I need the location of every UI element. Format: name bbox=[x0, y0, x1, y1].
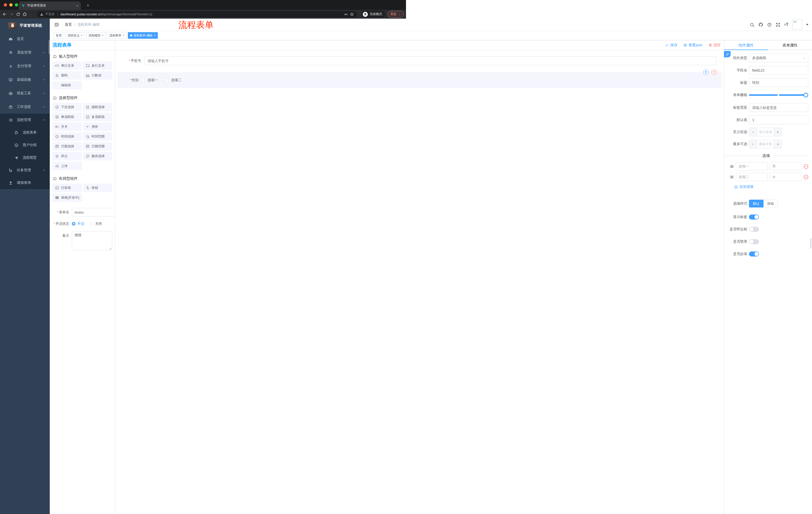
palette-item-editor[interactable]: 编辑器 bbox=[52, 81, 82, 89]
chevron-down-icon bbox=[42, 78, 45, 81]
window-zoom-button[interactable] bbox=[15, 3, 18, 6]
password-key-icon[interactable] bbox=[344, 12, 348, 16]
palette-item-row-container[interactable]: 行容器 bbox=[52, 184, 82, 192]
tag-close-icon[interactable]: × bbox=[123, 34, 124, 37]
palette-item-checkbox-group[interactable]: 多选框组 bbox=[83, 113, 113, 121]
sidebar-item-workflow[interactable]: 工作流程 bbox=[0, 100, 50, 114]
browser-tab[interactable]: 芋道管理系统 × bbox=[19, 1, 81, 10]
table-icon bbox=[55, 196, 59, 200]
palette-item-color-picker[interactable]: 颜色选择 bbox=[83, 152, 113, 160]
palette-item-time-range[interactable]: 时间范围 bbox=[83, 132, 113, 141]
url-text[interactable]: dashboard.yudao.iocoder.cn/bpm/manager/f… bbox=[61, 12, 343, 16]
back-icon[interactable] bbox=[2, 12, 7, 16]
gender-option-2[interactable]: 选项二 bbox=[165, 78, 182, 82]
new-tab-button[interactable]: + bbox=[84, 2, 91, 9]
incognito-icon bbox=[363, 12, 368, 17]
sidebar-item-leave-query[interactable]: 请假查询 bbox=[0, 177, 50, 189]
sidebar-item-home[interactable]: 首页 bbox=[0, 32, 50, 46]
phone-input[interactable] bbox=[144, 56, 406, 65]
form-remark-textarea[interactable]: 嘿嘿 bbox=[72, 231, 112, 250]
status-on-radio[interactable] bbox=[72, 222, 76, 225]
selected-gender-field[interactable]: *性别 选项一 选项二 bbox=[118, 72, 406, 88]
tag-close-icon[interactable]: × bbox=[154, 34, 155, 37]
sidebar-item-process-model[interactable]: 流程模型 bbox=[0, 152, 50, 164]
palette-item-cascader[interactable]: 级联选择 bbox=[83, 103, 113, 111]
browser-toolbar: 不安全 dashboard.yudao.iocoder.cn/bpm/manag… bbox=[0, 10, 406, 19]
sidebar-item-task-mgmt[interactable]: 任务管理 bbox=[0, 164, 50, 177]
tag-process-form[interactable]: 流程表单× bbox=[107, 32, 127, 39]
palette-item-table[interactable]: 表格[开发中] bbox=[52, 193, 82, 202]
window-close-button[interactable] bbox=[4, 3, 7, 6]
update-button[interactable]: 更新 ⋮ bbox=[388, 11, 404, 18]
pointer-icon bbox=[86, 186, 90, 190]
gender-option-1[interactable]: 选项一 bbox=[142, 78, 158, 82]
checkbox[interactable] bbox=[165, 78, 169, 82]
sidebar: 芋道管理系统 首页 ⚙ 系统管理 ¥ 支付管理 基础设施 bbox=[0, 19, 50, 257]
sidebar-scrollbar[interactable] bbox=[49, 40, 50, 54]
palette-item-date-picker[interactable]: 日期选择 bbox=[52, 142, 82, 151]
input-icon bbox=[55, 64, 59, 67]
status-on-label[interactable]: 开启 bbox=[77, 221, 84, 226]
forward-icon[interactable] bbox=[9, 12, 13, 16]
tag-process-definition[interactable]: 流程定义× bbox=[65, 32, 85, 39]
palette-item-switch[interactable]: 开关 bbox=[52, 123, 82, 131]
yen-icon: ¥ bbox=[8, 64, 13, 69]
chevron-up-icon bbox=[42, 119, 45, 121]
sidebar-item-payment[interactable]: ¥ 支付管理 bbox=[0, 59, 50, 73]
palette-item-upload[interactable]: 上传 bbox=[52, 162, 82, 170]
checkbox[interactable] bbox=[142, 78, 145, 82]
palette-item-counter[interactable]: 123计数器 bbox=[83, 71, 113, 80]
tree-icon bbox=[8, 168, 13, 172]
tag-home[interactable]: 首页 bbox=[54, 32, 64, 39]
resize-grip[interactable] bbox=[109, 247, 112, 250]
status-off-label[interactable]: 关闭 bbox=[95, 221, 102, 226]
phone-field-row[interactable]: *手机号 bbox=[120, 56, 406, 65]
bookmark-star-icon[interactable] bbox=[350, 12, 354, 16]
menu-fold-icon[interactable] bbox=[54, 22, 59, 27]
radio-icon bbox=[55, 115, 59, 119]
home-icon[interactable] bbox=[23, 12, 27, 16]
browser-menu-icon[interactable]: ⋮ bbox=[398, 12, 401, 16]
gear-icon: ⚙ bbox=[8, 50, 13, 55]
palette-item-select[interactable]: 下拉选择 bbox=[52, 103, 82, 111]
window-minimize-button[interactable] bbox=[9, 3, 12, 6]
sidebar-item-devtools[interactable]: 研发工具 bbox=[0, 86, 50, 100]
reload-icon[interactable] bbox=[16, 12, 20, 16]
incognito-badge: 无痕模式 bbox=[362, 11, 385, 18]
palette-title: 流程表单 bbox=[53, 42, 71, 48]
palette-item-date-range[interactable]: 日期范围 bbox=[83, 142, 113, 151]
send-icon bbox=[14, 156, 19, 160]
sidebar-item-system[interactable]: ⚙ 系统管理 bbox=[0, 46, 50, 59]
palette-item-button[interactable]: 按钮 bbox=[83, 184, 113, 192]
favicon-leaf-icon bbox=[21, 4, 25, 7]
sidebar-item-process-form[interactable]: 流程表单 bbox=[0, 126, 50, 139]
window-controls[interactable] bbox=[4, 3, 18, 6]
status-off-radio[interactable] bbox=[90, 222, 93, 225]
tag-process-model[interactable]: 流程模型× bbox=[86, 32, 106, 39]
palette-item-slider[interactable]: 滑块 bbox=[83, 123, 113, 131]
tab-close-icon[interactable]: × bbox=[76, 4, 78, 8]
form-status-label: *开启状态 bbox=[52, 221, 72, 226]
tag-close-icon[interactable]: × bbox=[102, 34, 104, 37]
page-header: 首页 / 流程表单-编辑 流程表单 TT bbox=[50, 19, 406, 31]
breadcrumb-home[interactable]: 首页 bbox=[65, 22, 72, 27]
url-bar[interactable]: 不安全 dashboard.yudao.iocoder.cn/bpm/manag… bbox=[37, 11, 357, 17]
sidebar-item-infra[interactable]: 基础设施 bbox=[0, 73, 50, 86]
palette-item-time-picker[interactable]: 时间选择 bbox=[52, 132, 82, 141]
form-name-input[interactable] bbox=[72, 208, 115, 217]
star-icon bbox=[55, 154, 59, 158]
tag-process-form-edit[interactable]: 流程表单-编辑× bbox=[128, 32, 158, 39]
palette-item-radio-group[interactable]: 单选框组 bbox=[52, 113, 82, 121]
security-label[interactable]: 不安全 bbox=[45, 12, 55, 16]
time-range-icon bbox=[86, 135, 90, 139]
sidebar-item-user-group[interactable]: 用户分组 bbox=[0, 139, 50, 152]
palette-item-rate[interactable]: 评分 bbox=[52, 152, 82, 160]
palette-item-single-text[interactable]: 单行文本 bbox=[52, 61, 82, 70]
palette-item-textarea[interactable]: 多行文本 bbox=[83, 61, 113, 70]
palette-item-password[interactable]: 密码 bbox=[52, 71, 82, 80]
switch-icon bbox=[55, 125, 59, 129]
sidebar-item-process-mgmt[interactable]: 流程管理 bbox=[0, 114, 50, 126]
cascader-icon bbox=[86, 105, 90, 109]
form-canvas: 保存 查看json 清空 *手机号 bbox=[115, 40, 406, 257]
tag-close-icon[interactable]: × bbox=[81, 34, 83, 37]
